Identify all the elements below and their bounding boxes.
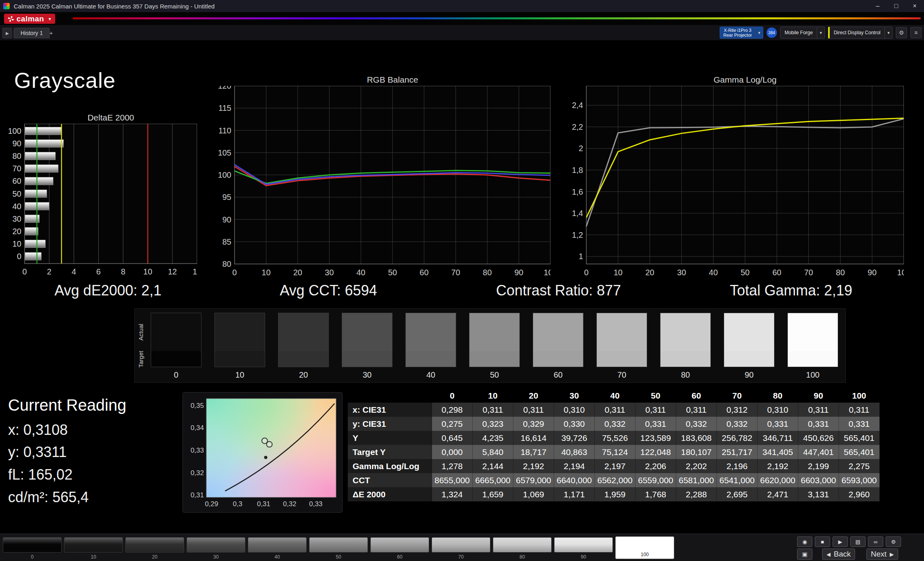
table-row-label: x: CIE31 [348,403,432,417]
svg-text:0,31: 0,31 [257,500,270,508]
svg-text:20: 20 [293,268,302,277]
level-button-label: 50 [309,554,368,560]
continuous-button[interactable]: ∞ [868,536,883,547]
tab-history-1[interactable]: History 1 [14,28,50,38]
svg-text:90: 90 [12,139,21,148]
chevron-down-icon: ▾ [817,27,824,38]
pattern-window-button[interactable]: ▣ [797,549,812,560]
svg-text:90: 90 [222,215,231,224]
level-button-patch[interactable] [125,537,184,553]
gear-icon[interactable]: ⚙ [896,27,907,38]
level-button-70[interactable]: 70 [432,536,490,560]
table-cell: 6620,000 [758,473,798,487]
swatch-target-patch [533,351,583,367]
level-button-patch[interactable] [187,537,245,553]
swatch-level-label: 70 [596,370,647,380]
level-button-patch[interactable] [370,537,429,553]
level-button-50[interactable]: 50 [309,536,368,560]
level-button-20[interactable]: 20 [125,536,184,560]
level-button-label: 90 [554,554,613,560]
level-button-patch[interactable] [248,537,307,553]
svg-text:0,33: 0,33 [191,447,204,454]
back-label: Back [834,550,851,559]
svg-text:95: 95 [222,193,231,202]
minimize-button[interactable]: – [868,0,887,12]
svg-text:115: 115 [218,104,231,112]
table-cell: 0,331 [798,417,839,431]
grayscale-swatch-strip: Actual Target 0102030405060708090100 [134,308,846,383]
table-cell: 565,401 [839,445,880,459]
table-cell: 0,311 [798,403,839,417]
svg-text:10: 10 [143,267,152,276]
meter-dropdown[interactable]: X-Rite i1Pro 3 Rear Projector ▾ [720,27,763,39]
table-cell: 39,726 [554,431,595,445]
table-cell: 3,131 [798,487,839,501]
level-button-10[interactable]: 10 [64,536,123,560]
svg-text:10: 10 [262,268,270,277]
swatch-level-label: 20 [278,370,329,380]
table-column-header: 70 [717,389,758,403]
level-button-patch[interactable] [309,537,368,553]
play-button[interactable]: ▶ [833,536,848,547]
pattern-button[interactable]: ▤ [850,536,866,547]
swatch-target-patch [214,351,265,367]
table-column-header: 30 [554,389,595,403]
level-button-90[interactable]: 90 [554,536,613,560]
back-button[interactable]: ◀ Back [822,549,855,560]
swatch-level-label: 100 [787,370,838,380]
calman-application-window: Calman 2025 Calman Ultimate for Business… [0,0,924,561]
meter-read-button[interactable]: ◉ [797,536,812,547]
table-cell: 1,171 [554,487,595,501]
level-button-80[interactable]: 80 [493,536,552,560]
swatch-level-label: 50 [469,370,520,380]
svg-text:2,4: 2,4 [572,101,583,110]
table-row-label: y: CIE31 [348,417,432,431]
table-cell: 0,311 [513,403,554,417]
table-cell: 447,401 [798,445,839,459]
table-column-header: 10 [473,389,513,403]
close-button[interactable]: × [905,0,924,12]
table-cell: 1,659 [473,487,513,501]
calman-menu-button[interactable]: calman ▾ [4,14,55,24]
level-button-patch[interactable] [432,537,490,553]
grayscale-swatch-50: 50 [469,313,520,380]
table-cell: 6579,000 [513,473,554,487]
menu-icon[interactable]: ≡ [910,27,922,38]
stop-button[interactable]: ■ [815,536,830,547]
svg-text:80: 80 [222,260,231,268]
level-button-0[interactable]: 0 [3,536,62,560]
table-cell: 0,329 [513,417,554,431]
add-tab-button[interactable]: + [47,29,56,37]
display-control-dropdown[interactable]: Direct Display Control ▾ [828,27,893,39]
level-button-patch[interactable] [64,537,123,553]
svg-text:14: 14 [193,267,197,276]
settings-button[interactable]: ⚙ [886,536,901,547]
svg-text:80: 80 [12,152,21,160]
pattern-source-dropdown[interactable]: Mobile Forge ▾ [780,27,825,39]
table-cell: 2,192 [513,459,554,473]
level-button-patch[interactable] [3,537,62,553]
level-button-60[interactable]: 60 [370,536,429,560]
swatch-target-patch [787,351,838,367]
meter-status-badge: 384 [766,27,777,38]
level-button-100[interactable]: 100 [615,536,674,560]
table-column-header: 40 [595,389,635,403]
table-cell: 4,235 [473,431,513,445]
level-button-patch[interactable] [493,537,552,553]
chevron-down-icon: ▾ [755,27,763,38]
next-label: Next [871,550,887,559]
grayscale-swatch-40: 40 [405,313,456,380]
grayscale-swatch-0: 0 [151,313,201,380]
table-cell: 2,196 [717,459,758,473]
table-cell: 565,401 [839,431,880,445]
swatch-target-patch [405,351,456,367]
level-button-30[interactable]: 30 [187,536,245,560]
level-button-patch[interactable] [554,537,613,553]
table-cell: 346,711 [758,431,798,445]
next-button[interactable]: Next ▶ [866,549,898,560]
table-cell: 0,311 [473,403,513,417]
level-button-40[interactable]: 40 [248,536,307,560]
history-expand-icon[interactable]: ▶ [2,28,12,38]
maximize-button[interactable]: □ [887,0,905,12]
app-icon [3,3,10,9]
